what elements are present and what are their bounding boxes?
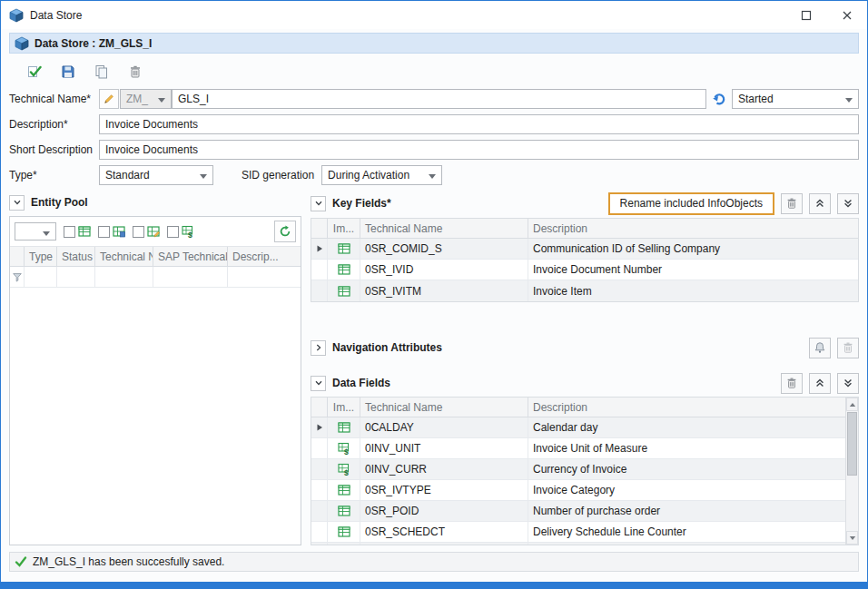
data-fields-move-up-button[interactable] — [809, 373, 831, 394]
technical-name-column-header[interactable]: Technical Name — [360, 219, 528, 238]
sid-generation-combo[interactable]: During Activation — [321, 165, 442, 185]
description-cell[interactable]: Invoice Item — [528, 280, 858, 301]
description-cell[interactable]: Invoice Document Number — [528, 260, 858, 280]
entity-pool-filter-combo[interactable] — [15, 222, 56, 241]
type-combo[interactable]: Standard — [99, 165, 213, 185]
attribute-checkbox[interactable] — [133, 226, 144, 238]
data-field-row[interactable]: 0CALDAY Calendar day — [311, 417, 845, 438]
navigation-attributes-expand-button[interactable] — [311, 340, 326, 356]
close-button[interactable] — [826, 1, 867, 29]
description-cell[interactable] — [528, 543, 845, 545]
entity-pool-grid-body[interactable] — [10, 288, 301, 545]
delete-button[interactable] — [125, 62, 145, 82]
description-cell[interactable]: Delivery Schedule Line Counter — [528, 522, 845, 542]
navigation-attributes-delete-button[interactable] — [837, 338, 859, 358]
copy-button[interactable] — [92, 62, 112, 82]
save-button[interactable] — [58, 62, 78, 82]
filter-technical-name-cell[interactable] — [95, 267, 153, 287]
edit-name-button[interactable] — [99, 89, 119, 109]
filter-indicator-cell — [10, 267, 25, 287]
main-toolbar — [1, 54, 867, 87]
activate-button[interactable] — [25, 62, 44, 82]
data-fields-delete-button[interactable] — [781, 373, 803, 394]
time-characteristic-filter-group — [98, 225, 125, 238]
scrollbar-track[interactable] — [846, 411, 858, 531]
description-cell[interactable]: Calendar day — [528, 417, 845, 437]
object-header: Data Store : ZM_GLS_I — [9, 33, 859, 54]
technical-name-input[interactable]: GLS_I — [172, 89, 706, 109]
rename-infoobjects-button[interactable]: Rename included InfoObjects — [608, 192, 774, 215]
technical-name-cell[interactable]: 0CALDAY — [360, 417, 528, 437]
data-field-row[interactable]: 0SR_POID Number of purchase order — [311, 501, 845, 522]
technical-name-cell[interactable]: 0SR_IVID — [360, 260, 528, 280]
navigation-attributes-bell-button[interactable] — [809, 338, 831, 358]
technical-name-cell[interactable]: 0INV_UNIT — [360, 438, 528, 458]
technical-name-cell[interactable]: 0SR_IVTYPE — [360, 480, 528, 500]
technical-name-cell[interactable]: 0SR_POID — [360, 501, 528, 521]
filter-sap-cell[interactable] — [153, 267, 228, 287]
technical-name-cell[interactable]: 0SR_SCHEDCT — [360, 522, 528, 542]
type-row: Type* Standard SID generation During Act… — [9, 165, 859, 185]
filter-status-cell[interactable] — [57, 267, 95, 287]
keyfigure-checkbox[interactable] — [167, 226, 179, 238]
short-description-input[interactable]: Invoice Documents — [99, 140, 859, 160]
technical-name-cell[interactable] — [360, 543, 528, 545]
import-cell — [328, 417, 360, 437]
key-fields-move-down-button[interactable] — [837, 193, 859, 214]
scrollbar-thumb[interactable] — [847, 412, 857, 476]
data-fields-collapse-button[interactable] — [311, 376, 326, 391]
data-field-row[interactable]: 0SR_SCHEDCT Delivery Schedule Line Count… — [311, 522, 845, 543]
scroll-up-button[interactable] — [846, 398, 858, 411]
technical-name-cell[interactable]: 0INV_CURR — [360, 459, 528, 479]
import-cell — [328, 480, 360, 500]
description-cell[interactable]: Currency of Invoice — [528, 459, 845, 479]
characteristic-checkbox[interactable] — [64, 226, 75, 238]
data-fields-move-down-button[interactable] — [837, 373, 859, 394]
data-field-row-partial[interactable] — [311, 543, 845, 545]
refresh-button[interactable] — [274, 221, 296, 242]
data-field-row[interactable]: 0SR_IVTYPE Invoice Category — [311, 480, 845, 501]
entity-pool-collapse-button[interactable] — [9, 195, 25, 211]
focused-row-arrow-icon — [315, 244, 324, 253]
filter-description-cell[interactable] — [228, 267, 301, 287]
import-cell — [328, 260, 360, 280]
description-cell[interactable]: Invoice Category — [528, 480, 845, 500]
technical-name-column-header[interactable]: Technical N... — [95, 247, 153, 266]
undo-rename-button[interactable] — [709, 89, 729, 109]
time-characteristic-checkbox[interactable] — [98, 226, 110, 238]
import-cell — [328, 501, 360, 521]
description-cell[interactable]: Communication ID of Selling Company — [528, 239, 858, 259]
characteristic-infoobject-icon — [338, 525, 350, 538]
data-fields-scrollbar[interactable] — [845, 398, 858, 545]
data-field-row[interactable]: 0INV_CURR Currency of Invoice — [311, 459, 845, 480]
data-field-row[interactable]: 0INV_UNIT Invoice Unit of Measure — [311, 438, 845, 459]
description-column-header[interactable]: Description — [528, 398, 845, 417]
key-field-row[interactable]: 0SR_IVID Invoice Document Number — [311, 260, 858, 280]
import-column-header[interactable]: Im... — [328, 398, 360, 417]
description-column-header[interactable]: Description — [528, 219, 858, 238]
type-column-header[interactable]: Type — [25, 247, 57, 266]
status-column-header[interactable]: Status — [57, 247, 95, 266]
key-fields-move-up-button[interactable] — [809, 193, 831, 214]
technical-name-cell[interactable]: 0SR_IVITM — [360, 280, 528, 301]
description-column-header[interactable]: Descrip... — [228, 247, 301, 266]
description-cell[interactable]: Number of purchase order — [528, 501, 845, 521]
key-fields-collapse-button[interactable] — [311, 196, 326, 211]
key-field-row[interactable]: 0SR_IVITM Invoice Item — [311, 280, 858, 301]
key-field-row[interactable]: 0SR_COMID_S Communication ID of Selling … — [311, 239, 858, 260]
technical-name-cell[interactable]: 0SR_COMID_S — [360, 239, 528, 259]
technical-name-column-header[interactable]: Technical Name — [360, 398, 528, 417]
technical-name-prefix-combo[interactable]: ZM_ — [120, 89, 172, 109]
filter-type-cell[interactable] — [25, 267, 57, 287]
activate-check-icon — [27, 64, 42, 79]
description-input[interactable]: Invoice Documents — [99, 114, 859, 134]
sid-generation-label: SID generation — [242, 169, 314, 182]
sap-technical-name-column-header[interactable]: SAP Technical ... — [153, 247, 228, 266]
import-column-header[interactable]: Im... — [328, 219, 360, 238]
scroll-down-button[interactable] — [846, 531, 858, 545]
description-cell[interactable]: Invoice Unit of Measure — [528, 438, 845, 458]
status-combo[interactable]: Started — [732, 89, 859, 109]
maximize-button[interactable] — [785, 1, 826, 29]
key-fields-delete-button[interactable] — [781, 193, 803, 214]
import-cell — [328, 239, 360, 259]
